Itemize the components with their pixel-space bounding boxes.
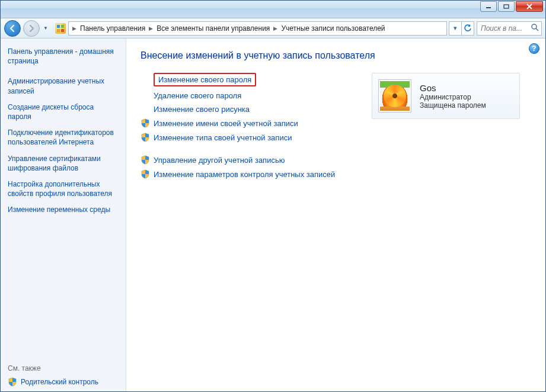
parental-controls-link[interactable]: Родительский контроль xyxy=(8,377,119,387)
content-area: ? Внесение изменений в учетную запись по… xyxy=(126,38,545,391)
shield-icon xyxy=(141,118,150,128)
link-label[interactable]: Изменение типа своей учетной записи xyxy=(154,133,292,142)
breadcrumb[interactable]: ▶ Панель управления ▶ Все элементы панел… xyxy=(68,21,447,36)
search-icon[interactable] xyxy=(531,23,539,33)
shield-icon xyxy=(141,133,150,142)
sidebar-home-link[interactable]: Панель управления - домашняя страница xyxy=(8,47,119,66)
action-link-uac-settings[interactable]: Изменение параметров контроля учетных за… xyxy=(141,169,354,179)
breadcrumb-item[interactable]: Панель управления xyxy=(78,24,148,33)
control-panel-icon xyxy=(55,23,66,34)
address-dropdown[interactable]: ▾ xyxy=(449,21,462,36)
svg-rect-3 xyxy=(61,25,64,28)
action-link-remove-password[interactable]: Удаление своего пароля xyxy=(141,91,354,100)
window-controls xyxy=(480,1,543,12)
user-name: Gos xyxy=(420,83,486,93)
svg-rect-2 xyxy=(57,25,60,28)
nav-history-dropdown[interactable]: ▼ xyxy=(42,25,49,31)
search-box[interactable] xyxy=(477,21,542,36)
body: Панель управления - домашняя страница Ад… xyxy=(1,38,545,391)
sidebar: Панель управления - домашняя страница Ад… xyxy=(1,38,126,391)
shield-icon xyxy=(141,169,150,179)
user-status: Защищена паролем xyxy=(420,101,486,110)
sidebar-footer: См. также Родительский контроль xyxy=(8,364,119,387)
address-tail: ▾ xyxy=(449,21,474,36)
minimize-button[interactable] xyxy=(480,1,497,12)
link-label[interactable]: Удаление своего пароля xyxy=(154,91,241,100)
svg-rect-0 xyxy=(486,7,491,8)
breadcrumb-item[interactable]: Учетные записи пользователей xyxy=(279,24,387,33)
sidebar-link[interactable]: Изменение переменных среды xyxy=(8,205,119,214)
action-links: Изменение своего пароля Удаление своего … xyxy=(141,73,354,184)
page-title: Внесение изменений в учетную запись поль… xyxy=(141,50,531,61)
avatar xyxy=(378,79,411,113)
sidebar-link[interactable]: Администрирование учетных записей xyxy=(8,76,119,95)
link-label[interactable]: Изменение своего рисунка xyxy=(154,105,250,114)
user-info: Gos Администратор Защищена паролем xyxy=(420,83,486,110)
action-link-manage-other[interactable]: Управление другой учетной записью xyxy=(141,155,354,165)
svg-rect-5 xyxy=(61,29,64,32)
shield-icon xyxy=(141,155,150,165)
see-also-label: См. также xyxy=(8,364,119,372)
maximize-button[interactable] xyxy=(498,1,515,12)
parental-controls-label[interactable]: Родительский контроль xyxy=(21,378,98,386)
nav-back-button[interactable] xyxy=(4,20,21,37)
address-bar: ▼ ▶ Панель управления ▶ Все элементы пан… xyxy=(1,18,545,38)
nav-forward-button[interactable] xyxy=(23,20,40,37)
main-row: Изменение своего пароля Удаление своего … xyxy=(141,73,531,184)
link-label[interactable]: Изменение своего пароля xyxy=(154,73,256,86)
svg-rect-4 xyxy=(57,29,60,32)
close-button[interactable] xyxy=(516,1,543,12)
sidebar-link[interactable]: Управление сертификатами шифрования файл… xyxy=(8,154,119,173)
action-link-change-name[interactable]: Изменение имени своей учетной записи xyxy=(141,118,354,128)
action-link-change-password[interactable]: Изменение своего пароля xyxy=(141,73,354,86)
link-label[interactable]: Изменение имени своей учетной записи xyxy=(154,119,298,128)
sidebar-link[interactable]: Настройка дополнительных свойств профиля… xyxy=(8,179,119,198)
svg-rect-1 xyxy=(504,5,509,8)
svg-line-7 xyxy=(536,28,538,31)
user-card: Gos Администратор Защищена паролем xyxy=(372,73,520,119)
link-label[interactable]: Управление другой учетной записью xyxy=(154,156,285,165)
chevron-right-icon[interactable]: ▶ xyxy=(272,25,279,31)
sidebar-link[interactable]: Создание дискеты сброса пароля xyxy=(8,102,119,121)
action-link-change-picture[interactable]: Изменение своего рисунка xyxy=(141,105,354,114)
user-role: Администратор xyxy=(420,93,486,101)
breadcrumb-item[interactable]: Все элементы панели управления xyxy=(154,24,272,33)
svg-point-6 xyxy=(532,24,537,29)
search-input[interactable] xyxy=(480,24,531,33)
titlebar xyxy=(1,1,545,18)
link-label[interactable]: Изменение параметров контроля учетных за… xyxy=(154,170,335,179)
shield-icon xyxy=(8,377,17,387)
control-panel-window: ▼ ▶ Панель управления ▶ Все элементы пан… xyxy=(0,0,546,392)
chevron-right-icon[interactable]: ▶ xyxy=(148,25,154,31)
sidebar-link[interactable]: Подключение идентификаторов пользователе… xyxy=(8,128,119,147)
sidebar-links: Администрирование учетных записей Создан… xyxy=(8,76,119,214)
action-link-change-type[interactable]: Изменение типа своей учетной записи xyxy=(141,133,354,142)
help-icon[interactable]: ? xyxy=(529,43,539,54)
refresh-button[interactable] xyxy=(461,21,474,36)
chevron-right-icon[interactable]: ▶ xyxy=(71,25,78,31)
